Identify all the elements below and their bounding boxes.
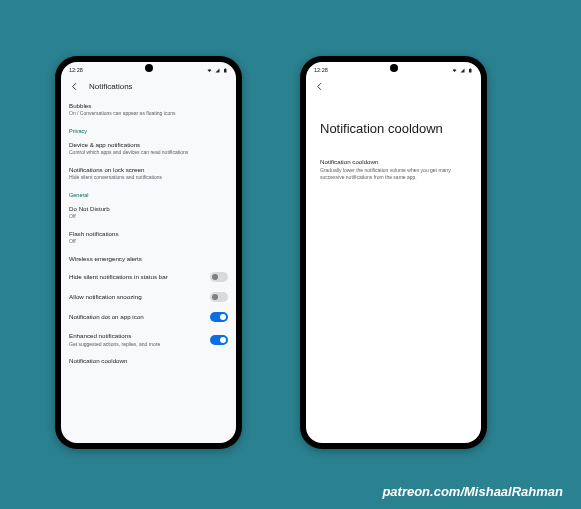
svg-rect-3 bbox=[470, 68, 471, 69]
setting-cooldown-detail[interactable]: Notification cooldown Gradually lower th… bbox=[306, 152, 481, 187]
setting-title: Flash notifications bbox=[69, 230, 222, 237]
camera-hole bbox=[390, 64, 398, 72]
setting-title: Wireless emergency alerts bbox=[69, 255, 222, 262]
setting-device-app-notifications[interactable]: Device & app notifications Control which… bbox=[69, 136, 228, 161]
camera-hole bbox=[145, 64, 153, 72]
section-general: General bbox=[69, 186, 228, 200]
setting-sub: Get suggested actions, replies, and more bbox=[69, 341, 204, 348]
setting-dot[interactable]: Notification dot on app icon bbox=[69, 307, 228, 327]
setting-sub: On / Conversations can appear as floatin… bbox=[69, 110, 222, 117]
setting-title: Notification cooldown bbox=[69, 357, 222, 364]
phone-right: 12:28 Notification cooldown Notification… bbox=[300, 56, 487, 449]
setting-flash-notifications[interactable]: Flash notifications Off bbox=[69, 225, 228, 250]
setting-title: Notification dot on app icon bbox=[69, 313, 204, 320]
back-button[interactable] bbox=[314, 81, 324, 91]
phone-left: 12:28 Notifications Bubbles On / Conve bbox=[55, 56, 242, 449]
setting-sub: Control which apps and devices can read … bbox=[69, 149, 222, 156]
setting-title: Notification cooldown bbox=[320, 158, 467, 165]
header-bar: Notifications bbox=[61, 76, 236, 97]
svg-rect-2 bbox=[469, 69, 472, 73]
wifi-icon bbox=[452, 68, 457, 73]
setting-cooldown[interactable]: Notification cooldown bbox=[69, 352, 228, 369]
credit-text: patreon.com/MishaalRahman bbox=[382, 484, 563, 499]
wifi-icon bbox=[207, 68, 212, 73]
setting-lock-screen[interactable]: Notifications on lock screen Hide silent… bbox=[69, 161, 228, 186]
page-title: Notification cooldown bbox=[306, 97, 481, 152]
setting-sub: Off bbox=[69, 213, 222, 220]
signal-icon bbox=[460, 68, 465, 73]
svg-rect-1 bbox=[225, 68, 226, 69]
battery-icon bbox=[468, 68, 473, 73]
setting-title: Bubbles bbox=[69, 102, 222, 109]
setting-sub: Hide silent conversations and notificati… bbox=[69, 174, 222, 181]
header-bar bbox=[306, 76, 481, 97]
signal-icon bbox=[215, 68, 220, 73]
setting-wireless-alerts[interactable]: Wireless emergency alerts bbox=[69, 250, 228, 267]
page-title: Notifications bbox=[89, 82, 133, 91]
toggle-dot[interactable] bbox=[210, 312, 228, 322]
setting-hide-silent[interactable]: Hide silent notifications in status bar bbox=[69, 267, 228, 287]
setting-sub: Off bbox=[69, 238, 222, 245]
setting-bubbles[interactable]: Bubbles On / Conversations can appear as… bbox=[69, 97, 228, 122]
setting-title: Hide silent notifications in status bar bbox=[69, 273, 204, 280]
arrow-left-icon bbox=[70, 82, 79, 91]
battery-icon bbox=[223, 68, 228, 73]
toggle-snoozing[interactable] bbox=[210, 292, 228, 302]
status-icons bbox=[452, 68, 473, 73]
toggle-enhanced[interactable] bbox=[210, 335, 228, 345]
setting-enhanced[interactable]: Enhanced notifications Get suggested act… bbox=[69, 327, 228, 352]
setting-title: Notifications on lock screen bbox=[69, 166, 222, 173]
status-time: 12:28 bbox=[314, 67, 328, 73]
status-icons bbox=[207, 68, 228, 73]
setting-title: Device & app notifications bbox=[69, 141, 222, 148]
toggle-hide-silent[interactable] bbox=[210, 272, 228, 282]
setting-sub: Gradually lower the notification volume … bbox=[320, 167, 467, 181]
section-privacy: Privacy bbox=[69, 122, 228, 136]
setting-title: Do Not Disturb bbox=[69, 205, 222, 212]
back-button[interactable] bbox=[69, 81, 79, 91]
setting-title: Allow notification snoozing bbox=[69, 293, 204, 300]
arrow-left-icon bbox=[315, 82, 324, 91]
setting-snoozing[interactable]: Allow notification snoozing bbox=[69, 287, 228, 307]
setting-dnd[interactable]: Do Not Disturb Off bbox=[69, 200, 228, 225]
status-time: 12:28 bbox=[69, 67, 83, 73]
svg-rect-0 bbox=[224, 69, 227, 73]
setting-title: Enhanced notifications bbox=[69, 332, 204, 339]
